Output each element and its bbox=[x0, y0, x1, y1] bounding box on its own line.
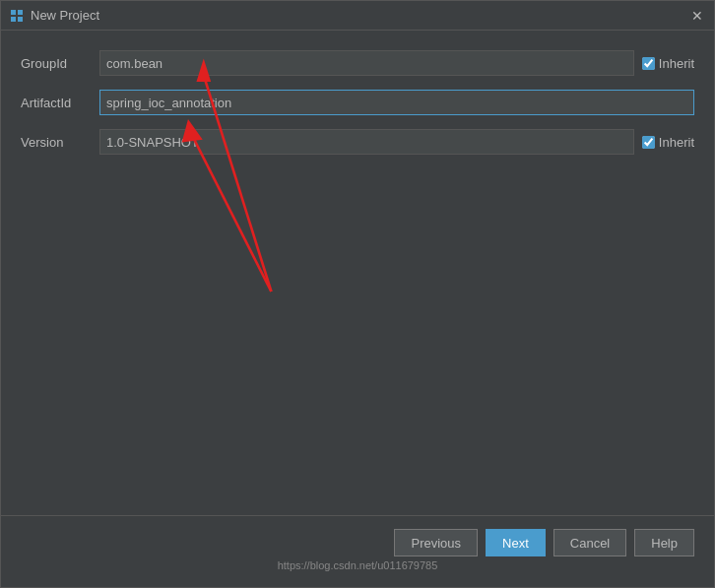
help-button[interactable]: Help bbox=[634, 529, 694, 556]
version-input[interactable] bbox=[99, 129, 634, 155]
version-inherit-label: Inherit bbox=[659, 135, 694, 150]
previous-button[interactable]: Previous bbox=[394, 529, 478, 556]
version-row: Version Inherit bbox=[21, 129, 694, 155]
close-button[interactable]: ✕ bbox=[688, 7, 706, 25]
version-input-wrapper: Inherit bbox=[99, 129, 694, 155]
cancel-button[interactable]: Cancel bbox=[553, 529, 626, 556]
new-project-window: New Project ✕ GroupId Inherit ArtifactId bbox=[0, 0, 715, 588]
title-bar: New Project ✕ bbox=[1, 1, 714, 31]
svg-line-6 bbox=[193, 138, 271, 292]
window-icon bbox=[9, 8, 25, 24]
groupid-row: GroupId Inherit bbox=[21, 50, 694, 76]
svg-rect-2 bbox=[11, 17, 16, 22]
artifactid-input[interactable] bbox=[99, 90, 694, 115]
artifactid-row: ArtifactId bbox=[21, 90, 694, 115]
watermark: https://blog.csdn.net/u011679785 bbox=[1, 559, 714, 577]
version-inherit-checkbox[interactable] bbox=[642, 136, 655, 149]
form-content: GroupId Inherit ArtifactId Version bbox=[1, 31, 714, 515]
window-title: New Project bbox=[31, 8, 688, 23]
artifactid-input-wrapper bbox=[99, 90, 694, 115]
version-inherit-wrapper: Inherit bbox=[642, 135, 694, 150]
svg-rect-1 bbox=[18, 10, 23, 15]
groupid-label: GroupId bbox=[21, 56, 99, 71]
groupid-input-wrapper: Inherit bbox=[99, 50, 694, 76]
next-button[interactable]: Next bbox=[486, 529, 546, 556]
version-label: Version bbox=[21, 135, 99, 150]
groupid-inherit-checkbox[interactable] bbox=[642, 57, 655, 70]
groupid-input[interactable] bbox=[99, 50, 634, 76]
svg-rect-0 bbox=[11, 10, 16, 15]
groupid-inherit-label: Inherit bbox=[659, 56, 694, 71]
svg-rect-3 bbox=[18, 17, 23, 22]
artifactid-label: ArtifactId bbox=[21, 96, 99, 110]
groupid-inherit-wrapper: Inherit bbox=[642, 56, 694, 71]
